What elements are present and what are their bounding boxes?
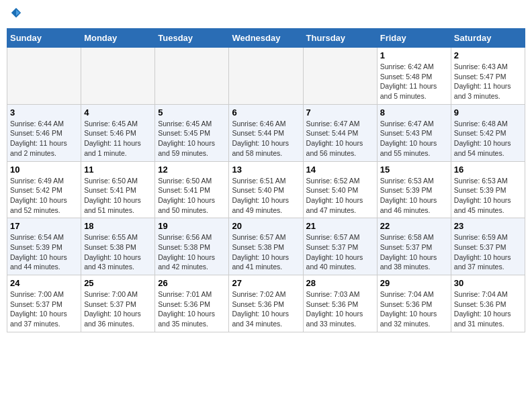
day-number: 2 <box>454 50 522 60</box>
day-number: 29 <box>380 278 448 288</box>
day-info: Sunrise: 6:50 AMSunset: 5:41 PMDaylight:… <box>158 176 226 216</box>
day-number: 21 <box>306 221 374 231</box>
day-number: 16 <box>454 165 522 175</box>
calendar-cell: 30Sunrise: 7:04 AMSunset: 5:36 PMDayligh… <box>451 275 525 332</box>
day-number: 12 <box>158 165 226 175</box>
day-info: Sunrise: 6:42 AMSunset: 5:48 PMDaylight:… <box>380 62 448 101</box>
day-number: 4 <box>84 107 152 118</box>
calendar-cell: 17Sunrise: 6:54 AMSunset: 5:39 PMDayligh… <box>7 218 81 275</box>
calendar-cell: 9Sunrise: 6:48 AMSunset: 5:42 PMDaylight… <box>451 104 525 161</box>
calendar-cell: 6Sunrise: 6:46 AMSunset: 5:44 PMDaylight… <box>229 104 303 161</box>
day-number: 24 <box>10 278 78 288</box>
day-number: 3 <box>10 107 78 118</box>
calendar-cell: 11Sunrise: 6:50 AMSunset: 5:41 PMDayligh… <box>81 161 155 218</box>
day-number: 17 <box>10 221 78 231</box>
day-info: Sunrise: 6:49 AMSunset: 5:42 PMDaylight:… <box>10 176 78 216</box>
day-info: Sunrise: 6:48 AMSunset: 5:42 PMDaylight:… <box>454 119 522 158</box>
calendar-cell: 7Sunrise: 6:47 AMSunset: 5:44 PMDaylight… <box>303 104 377 161</box>
calendar-cell <box>303 48 377 105</box>
calendar-cell: 22Sunrise: 6:58 AMSunset: 5:37 PMDayligh… <box>377 218 451 275</box>
day-number: 11 <box>84 165 152 175</box>
day-number: 14 <box>306 165 374 175</box>
logo-icon <box>10 7 22 19</box>
calendar-cell: 27Sunrise: 7:02 AMSunset: 5:36 PMDayligh… <box>229 275 303 332</box>
day-info: Sunrise: 6:59 AMSunset: 5:37 PMDaylight:… <box>454 232 522 272</box>
calendar-cell <box>7 48 81 105</box>
day-info: Sunrise: 6:45 AMSunset: 5:46 PMDaylight:… <box>84 119 152 158</box>
day-info: Sunrise: 6:45 AMSunset: 5:45 PMDaylight:… <box>158 119 226 158</box>
calendar-cell: 21Sunrise: 6:57 AMSunset: 5:37 PMDayligh… <box>303 218 377 275</box>
calendar-cell: 26Sunrise: 7:01 AMSunset: 5:36 PMDayligh… <box>155 275 229 332</box>
calendar-day-header: Thursday <box>303 29 377 48</box>
day-number: 5 <box>158 107 226 118</box>
calendar-cell: 5Sunrise: 6:45 AMSunset: 5:45 PMDaylight… <box>155 104 229 161</box>
day-number: 22 <box>380 221 448 231</box>
calendar-day-header: Wednesday <box>229 29 303 48</box>
calendar-cell: 13Sunrise: 6:51 AMSunset: 5:40 PMDayligh… <box>229 161 303 218</box>
calendar-cell: 16Sunrise: 6:53 AMSunset: 5:39 PMDayligh… <box>451 161 525 218</box>
day-number: 23 <box>454 221 522 231</box>
calendar-day-header: Friday <box>377 29 451 48</box>
day-info: Sunrise: 6:52 AMSunset: 5:40 PMDaylight:… <box>306 176 374 216</box>
calendar-cell: 3Sunrise: 6:44 AMSunset: 5:46 PMDaylight… <box>7 104 81 161</box>
day-number: 28 <box>306 278 374 288</box>
calendar-day-header: Saturday <box>451 29 525 48</box>
day-info: Sunrise: 6:53 AMSunset: 5:39 PMDaylight:… <box>380 176 448 216</box>
day-info: Sunrise: 7:03 AMSunset: 5:36 PMDaylight:… <box>306 289 374 329</box>
day-info: Sunrise: 7:00 AMSunset: 5:37 PMDaylight:… <box>84 289 152 329</box>
day-number: 8 <box>380 107 448 118</box>
day-info: Sunrise: 6:55 AMSunset: 5:38 PMDaylight:… <box>84 232 152 272</box>
calendar-cell: 4Sunrise: 6:45 AMSunset: 5:46 PMDaylight… <box>81 104 155 161</box>
calendar-cell: 15Sunrise: 6:53 AMSunset: 5:39 PMDayligh… <box>377 161 451 218</box>
day-info: Sunrise: 6:47 AMSunset: 5:44 PMDaylight:… <box>306 119 374 158</box>
calendar-day-header: Monday <box>81 29 155 48</box>
day-number: 19 <box>158 221 226 231</box>
day-info: Sunrise: 7:01 AMSunset: 5:36 PMDaylight:… <box>158 289 226 329</box>
calendar-cell: 14Sunrise: 6:52 AMSunset: 5:40 PMDayligh… <box>303 161 377 218</box>
day-info: Sunrise: 6:47 AMSunset: 5:43 PMDaylight:… <box>380 119 448 158</box>
day-info: Sunrise: 6:44 AMSunset: 5:46 PMDaylight:… <box>10 119 78 158</box>
day-number: 18 <box>84 221 152 231</box>
calendar-table: SundayMondayTuesdayWednesdayThursdayFrid… <box>7 28 525 332</box>
calendar-cell <box>155 48 229 105</box>
day-info: Sunrise: 6:57 AMSunset: 5:37 PMDaylight:… <box>306 232 374 272</box>
day-info: Sunrise: 7:04 AMSunset: 5:36 PMDaylight:… <box>454 289 522 329</box>
logo <box>10 7 24 21</box>
calendar-day-header: Tuesday <box>155 29 229 48</box>
calendar-cell <box>229 48 303 105</box>
calendar-cell: 25Sunrise: 7:00 AMSunset: 5:37 PMDayligh… <box>81 275 155 332</box>
calendar-cell: 23Sunrise: 6:59 AMSunset: 5:37 PMDayligh… <box>451 218 525 275</box>
day-info: Sunrise: 6:50 AMSunset: 5:41 PMDaylight:… <box>84 176 152 216</box>
day-number: 10 <box>10 165 78 175</box>
calendar-cell <box>81 48 155 105</box>
day-number: 20 <box>232 221 300 231</box>
day-info: Sunrise: 6:46 AMSunset: 5:44 PMDaylight:… <box>232 119 300 158</box>
page-header <box>7 7 525 21</box>
day-info: Sunrise: 6:56 AMSunset: 5:38 PMDaylight:… <box>158 232 226 272</box>
day-info: Sunrise: 7:00 AMSunset: 5:37 PMDaylight:… <box>10 289 78 329</box>
day-number: 25 <box>84 278 152 288</box>
day-info: Sunrise: 7:02 AMSunset: 5:36 PMDaylight:… <box>232 289 300 329</box>
calendar-cell: 20Sunrise: 6:57 AMSunset: 5:38 PMDayligh… <box>229 218 303 275</box>
day-number: 9 <box>454 107 522 118</box>
calendar-cell: 28Sunrise: 7:03 AMSunset: 5:36 PMDayligh… <box>303 275 377 332</box>
calendar-cell: 12Sunrise: 6:50 AMSunset: 5:41 PMDayligh… <box>155 161 229 218</box>
day-info: Sunrise: 6:51 AMSunset: 5:40 PMDaylight:… <box>232 176 300 216</box>
calendar-cell: 19Sunrise: 6:56 AMSunset: 5:38 PMDayligh… <box>155 218 229 275</box>
day-number: 7 <box>306 107 374 118</box>
day-info: Sunrise: 6:57 AMSunset: 5:38 PMDaylight:… <box>232 232 300 272</box>
calendar-cell: 18Sunrise: 6:55 AMSunset: 5:38 PMDayligh… <box>81 218 155 275</box>
calendar-cell: 24Sunrise: 7:00 AMSunset: 5:37 PMDayligh… <box>7 275 81 332</box>
calendar-cell: 29Sunrise: 7:04 AMSunset: 5:36 PMDayligh… <box>377 275 451 332</box>
calendar-header-row: SundayMondayTuesdayWednesdayThursdayFrid… <box>7 29 525 48</box>
day-info: Sunrise: 6:43 AMSunset: 5:47 PMDaylight:… <box>454 62 522 101</box>
day-number: 13 <box>232 165 300 175</box>
day-number: 30 <box>454 278 522 288</box>
calendar-day-header: Sunday <box>7 29 81 48</box>
day-info: Sunrise: 6:54 AMSunset: 5:39 PMDaylight:… <box>10 232 78 272</box>
calendar-cell: 1Sunrise: 6:42 AMSunset: 5:48 PMDaylight… <box>377 48 451 105</box>
calendar-cell: 10Sunrise: 6:49 AMSunset: 5:42 PMDayligh… <box>7 161 81 218</box>
day-info: Sunrise: 7:04 AMSunset: 5:36 PMDaylight:… <box>380 289 448 329</box>
day-number: 15 <box>380 165 448 175</box>
day-number: 26 <box>158 278 226 288</box>
